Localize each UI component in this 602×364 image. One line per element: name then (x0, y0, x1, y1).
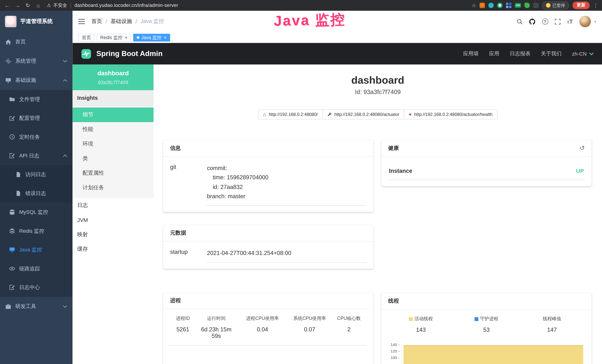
sidebar-item-mysql-monitor[interactable]: MySQL 监控 (0, 203, 73, 221)
edit-icon (9, 115, 15, 121)
sidebar-item-files[interactable]: 文件管理 (0, 90, 73, 109)
fullscreen-icon[interactable] (555, 19, 560, 24)
metadata-key: startup (170, 248, 207, 263)
bookmark-star-icon[interactable]: ☆ (472, 2, 476, 8)
tab-close-icon[interactable]: × (164, 35, 167, 40)
sba-item-config-props[interactable]: 配置属性 (73, 166, 153, 181)
extension-fox-icon[interactable] (480, 3, 485, 8)
font-size-icon[interactable]: TT (567, 19, 573, 24)
hamburger-icon[interactable] (78, 19, 85, 24)
process-card-title: 进程 (170, 298, 181, 304)
sidebar-item-label: 错误日志 (25, 190, 46, 197)
sidebar-item-api-log[interactable]: API 日志 (0, 146, 73, 165)
sidebar-item-tracing[interactable]: 链路追踪 (0, 259, 73, 278)
sba-section-insights[interactable]: Insights (73, 90, 153, 106)
instance-url-button[interactable]: ⌂ http://192.168.0.2:48080/ (258, 109, 323, 119)
eye-icon (9, 266, 15, 271)
actuator-url: http://192.168.0.2:48080/actuator (334, 112, 399, 117)
tab-home[interactable]: 首页 (78, 33, 94, 41)
legend-yellow-swatch (409, 317, 413, 321)
health-instance-row: Instance UP (388, 163, 585, 180)
extension-pin-icon[interactable] (488, 3, 494, 8)
sba-group-mappings[interactable]: 映射 (73, 227, 153, 242)
sidebar-item-redis-monitor[interactable]: Redis 监控 (0, 222, 73, 240)
github-icon[interactable] (529, 18, 536, 25)
info-value: commit: time: 1596289704000 id: 27aa832 … (207, 163, 366, 206)
main-sidebar: 芋道管理系统 首页 系统管理 基础设施 文件管理 (0, 11, 73, 364)
sidebar-item-home[interactable]: 首页 (0, 32, 73, 52)
legend-blue-swatch (474, 317, 478, 321)
paused-badge-label: 已暂停 (552, 2, 565, 8)
sba-instance-header[interactable]: dashboard 93a3fc7f7409 (73, 64, 153, 90)
logo-avatar (5, 16, 17, 27)
extensions-puzzle-icon[interactable] (533, 3, 538, 8)
actuator-url-button[interactable]: http://192.168.0.2:48080/actuator (322, 109, 404, 119)
sba-insights-list: 细节 性能 环境 类 配置属性 计划任务 (73, 106, 153, 198)
sidebar-item-access-log[interactable]: 访问日志 (0, 165, 73, 184)
sba-brand-title[interactable]: Spring Boot Admin (97, 50, 163, 58)
sidebar-item-scheduler[interactable]: 定时任务 (0, 127, 73, 146)
browser-home-icon[interactable]: ⌂ (35, 2, 41, 8)
sba-menu-wallboard[interactable]: 应用墙 (463, 50, 479, 57)
breadcrumb-home[interactable]: 首页 (91, 18, 102, 25)
sba-item-classes[interactable]: 类 (73, 151, 153, 166)
git-id-line: id: 27aa832 (207, 182, 366, 192)
sidebar-item-system[interactable]: 系统管理 (0, 51, 73, 71)
sidebar-item-label: Java 监控 (19, 246, 42, 253)
search-icon[interactable] (517, 19, 522, 24)
sidebar-item-dev-tools[interactable]: 研发工具 (0, 297, 73, 316)
browser-menu-icon[interactable]: ⋮ (593, 2, 598, 8)
breadcrumb-separator: / (136, 18, 137, 24)
user-avatar[interactable] (579, 16, 591, 27)
extension-leaf-icon[interactable] (525, 3, 530, 8)
url-divider: | (70, 3, 71, 8)
sba-item-details[interactable]: 细节 (73, 107, 153, 122)
sidebar-item-label: API 日志 (19, 152, 40, 159)
active-dot (137, 36, 139, 39)
metadata-value: 2021-04-27T00:44:31.254+08:00 (207, 248, 366, 263)
legend-peak-threads: 线程峰值 147 (519, 316, 585, 333)
sba-locale-select[interactable]: zh-CN (572, 51, 594, 57)
sba-navbar: Spring Boot Admin 应用墙 应用 日志报表 关于我们 zh-CN (73, 43, 602, 64)
browser-back-icon[interactable]: ← (4, 2, 10, 8)
git-commit-line: commit: (207, 163, 366, 173)
sba-logo-icon[interactable] (81, 49, 91, 59)
browser-reload-icon[interactable]: ↻ (25, 2, 31, 8)
sidebar-item-infrastructure[interactable]: 基础设施 (0, 71, 73, 90)
sba-menu-applications[interactable]: 应用 (489, 50, 499, 57)
sba-item-metrics[interactable]: 性能 (73, 122, 153, 137)
avatar-caret-icon[interactable]: ▾ (594, 20, 596, 24)
sba-group-jvm[interactable]: JVM (73, 213, 153, 227)
sba-item-scheduled-tasks[interactable]: 计划任务 (73, 181, 153, 195)
sidebar-item-config[interactable]: 配置管理 (0, 109, 73, 127)
sidebar-item-error-log[interactable]: 错误日志 (0, 184, 73, 203)
paused-badge[interactable]: 已暂停 (542, 1, 569, 9)
sba-group-caches[interactable]: 缓存 (73, 242, 153, 257)
site-security[interactable]: ⚠ 不安全 | dashboard.yudao.iocoder.cn/infra… (47, 2, 178, 9)
sba-menu-about[interactable]: 关于我们 (541, 50, 562, 57)
browser-forward-icon[interactable]: → (14, 2, 21, 8)
address-bar-url[interactable]: dashboard.yudao.iocoder.cn/infra/admin-s… (75, 3, 178, 8)
app-logo[interactable]: 芋道管理系统 (0, 11, 73, 32)
instance-title: dashboard (163, 75, 592, 86)
update-button[interactable]: 更新 (572, 2, 590, 9)
sidebar-item-java-monitor[interactable]: Java 监控 (0, 240, 73, 259)
sba-item-environment[interactable]: 环境 (73, 137, 153, 151)
sba-group-logs[interactable]: 日志 (73, 198, 153, 213)
emoji-face-icon (546, 3, 551, 8)
tab-java-monitor[interactable]: Java 监控 × (133, 33, 170, 41)
sidebar-item-log-center[interactable]: 日志中心 (0, 278, 73, 297)
extension-on-badge[interactable]: on (515, 3, 521, 8)
history-icon[interactable]: ↺ (580, 145, 585, 151)
breadcrumb-separator: / (106, 18, 107, 24)
sba-menu-journal[interactable]: 日志报表 (510, 50, 530, 57)
breadcrumb-infrastructure[interactable]: 基础设施 (110, 18, 132, 25)
health-instance-label: Instance (389, 167, 412, 174)
tab-close-icon[interactable]: × (125, 35, 128, 40)
health-status-badge: UP (576, 168, 584, 174)
health-url-button[interactable]: ♥ http://192.168.0.2:48080/actuator/heal… (404, 109, 497, 119)
help-icon[interactable]: ? (542, 18, 548, 24)
extension-grid-icon[interactable] (506, 3, 512, 8)
extension-green-icon[interactable] (497, 3, 503, 8)
tab-redis-monitor[interactable]: Redis 监控 × (97, 33, 131, 41)
